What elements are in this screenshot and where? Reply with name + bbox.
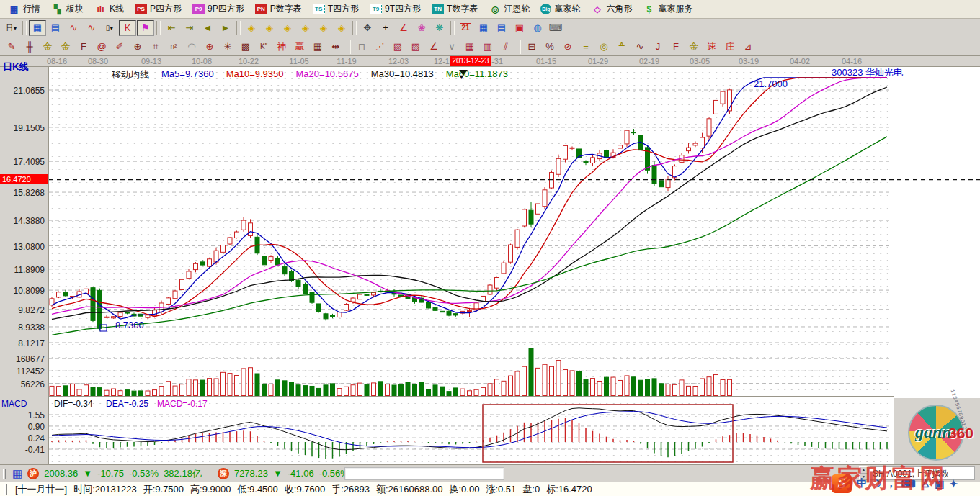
pan-hand-button[interactable]: ✥ xyxy=(359,20,376,36)
menu-item-t-square[interactable]: TST四方形 xyxy=(309,1,365,17)
zoom-left-button[interactable]: ◈ xyxy=(243,20,260,36)
k-angle-button[interactable]: K″ xyxy=(255,39,272,55)
menu-item-gann-wheel[interactable]: ◎江恩轮 xyxy=(485,1,535,17)
rect-tool-button[interactable]: ⊓ xyxy=(353,39,370,55)
hatch-box-button[interactable]: ▧ xyxy=(407,39,424,55)
fan-lines-button[interactable]: ⋰ xyxy=(371,39,388,55)
ime-lang-icon[interactable]: 中 xyxy=(857,477,867,490)
sogou-logo-icon[interactable]: S xyxy=(832,474,852,493)
spider-web-button[interactable]: ✳ xyxy=(219,39,236,55)
chart-line-3-button[interactable]: ∿ xyxy=(65,20,82,36)
gann360-logo[interactable]: 1234567890123 gann 360 xyxy=(906,403,979,464)
square-of-nine-button[interactable]: n² xyxy=(165,39,182,55)
grid-123-button[interactable]: ▦ xyxy=(309,39,326,55)
angle-measure-button[interactable]: ∠ xyxy=(395,20,412,36)
menu-item-sectors[interactable]: ▚板块 xyxy=(48,1,89,17)
j-lines-button[interactable]: J xyxy=(649,39,667,55)
gold-ratio-b-button[interactable]: 金 xyxy=(57,39,74,55)
grid-tall-button[interactable]: ▥ xyxy=(479,39,496,55)
sh-index-icon[interactable]: 沪 xyxy=(27,468,39,479)
ime-softkeyboard-icon[interactable]: ⌨ xyxy=(901,478,916,490)
zoom-right-button[interactable]: ◈ xyxy=(261,20,278,36)
speed-lines-button[interactable]: 速 xyxy=(703,39,721,55)
window-tile-button[interactable]: ▦ xyxy=(29,20,46,36)
pencil-button[interactable]: ✎ xyxy=(3,39,20,55)
wave-rule-button[interactable]: ∿ xyxy=(631,39,649,55)
percent-circle-button[interactable]: ⊘ xyxy=(559,39,576,55)
ime-skin-icon[interactable]: ♙ xyxy=(921,478,930,490)
nav-first-button[interactable]: ⇤ xyxy=(163,20,180,36)
color-flag-button[interactable]: ⚑ xyxy=(137,20,154,36)
zoom-expand-button[interactable]: ◈ xyxy=(279,20,296,36)
fibonacci-button[interactable]: F xyxy=(75,39,92,55)
ime-fullhalf-icon[interactable]: ☽ xyxy=(872,478,881,490)
spinner-up-button[interactable]: ▲ xyxy=(859,466,868,474)
menu-item-t-number-table[interactable]: TNT数字表 xyxy=(428,1,484,17)
span-measure-button[interactable]: ⇹ xyxy=(327,39,344,55)
period-selector-button[interactable]: 日▾ xyxy=(3,20,20,36)
zigzag-button[interactable]: ∨ xyxy=(443,39,460,55)
percent-lines-button[interactable]: % xyxy=(541,39,558,55)
ime-clipboard-icon[interactable]: ▣ xyxy=(935,478,944,490)
f-lines-button[interactable]: F xyxy=(667,39,685,55)
quote-page-button[interactable]: ▤ xyxy=(47,20,64,36)
globe-copy-button[interactable]: ◍ xyxy=(529,20,546,36)
parallel-lines-button[interactable]: ⫽ xyxy=(497,39,514,55)
marker-pen-button[interactable]: ✐ xyxy=(111,39,128,55)
nav-last-button[interactable]: ⇥ xyxy=(181,20,198,36)
arc-button[interactable]: ◠ xyxy=(183,39,200,55)
gold-bands-button[interactable]: ≙ xyxy=(613,39,631,55)
menu-item-9p-square[interactable]: P99P四方形 xyxy=(189,1,250,17)
price-grid-button[interactable]: ⌗ xyxy=(147,39,164,55)
drag-grip[interactable] xyxy=(3,469,6,479)
calculator-button[interactable]: ▦ xyxy=(475,20,492,36)
menu-item-kline[interactable]: ılıK线 xyxy=(91,1,130,17)
gold-circle-button[interactable]: ◎ xyxy=(595,39,612,55)
gold-slash-button[interactable]: 金 xyxy=(685,39,703,55)
nav-next-button[interactable]: ► xyxy=(217,20,234,36)
menu-item-winner-wheel[interactable]: Big赢家轮 xyxy=(537,1,586,17)
drag-grip[interactable] xyxy=(4,484,7,495)
shen-tool-button[interactable]: 神 xyxy=(273,39,290,55)
ime-punct-icon[interactable]: ， xyxy=(886,477,896,490)
level-lines-button[interactable]: ⊟ xyxy=(523,39,540,55)
ime-toolbar: S 中☽，⌨♙▣✦ xyxy=(832,474,958,493)
gold-levels-button[interactable]: ≡ xyxy=(577,39,594,55)
notepad-button[interactable]: ▤ xyxy=(493,20,510,36)
zhuang-lines-button[interactable]: 庄 xyxy=(721,39,739,55)
nav-prev-button[interactable]: ◄ xyxy=(199,20,216,36)
sz-index-icon[interactable]: 深 xyxy=(218,468,229,479)
indicator-dropdown-icon[interactable]: ▼ xyxy=(458,73,465,81)
zoom-tall-button[interactable]: ◈ xyxy=(315,20,332,36)
candle-style-button[interactable]: ▯▾ xyxy=(101,20,118,36)
kline-mode-button[interactable]: K xyxy=(119,20,136,36)
quote-table-icon[interactable]: ▦ xyxy=(12,467,22,480)
calendar-button[interactable]: 21 xyxy=(457,20,474,36)
compass-button[interactable]: ⊕ xyxy=(201,39,218,55)
menu-item-p-square[interactable]: PSP四方形 xyxy=(131,1,187,17)
workstation-button[interactable]: ⌨ xyxy=(547,20,564,36)
zoom-full-button[interactable]: ◈ xyxy=(333,20,350,36)
shade-box-button[interactable]: ▨ xyxy=(389,39,406,55)
menu-item-9t-square[interactable]: T99T四方形 xyxy=(366,1,427,17)
petal-tool-button[interactable]: ❀ xyxy=(413,20,430,36)
spiral-button[interactable]: @ xyxy=(93,39,110,55)
web-square-button[interactable]: ▩ xyxy=(237,39,254,55)
crosshair-button[interactable]: + xyxy=(377,20,394,36)
gold-ratio-a-button[interactable]: 金 xyxy=(39,39,56,55)
grid-dense-button[interactable]: ▦ xyxy=(461,39,478,55)
menu-item-quotes[interactable]: ▦行情 xyxy=(4,1,46,17)
gann-grid-button[interactable]: ╫ xyxy=(21,39,38,55)
ying-tool-button[interactable]: 赢 xyxy=(291,39,308,55)
ime-settings-icon[interactable]: ✦ xyxy=(950,478,958,490)
web-tool-button[interactable]: ❋ xyxy=(431,20,448,36)
trend-angle-button[interactable]: ∠ xyxy=(425,39,442,55)
zoom-compress-button[interactable]: ◈ xyxy=(297,20,314,36)
save-disk-button[interactable]: ▣ xyxy=(511,20,528,36)
menu-item-p-number-table[interactable]: PNP数字表 xyxy=(251,1,308,17)
delta-lines-button[interactable]: ⊿ xyxy=(739,39,757,55)
menu-item-hexagon[interactable]: ◇六角形 xyxy=(587,1,638,17)
time-circle-button[interactable]: ⊕ xyxy=(129,39,146,55)
chart-line-9-button[interactable]: ∿ xyxy=(83,20,100,36)
menu-item-winner-service[interactable]: $赢家服务 xyxy=(639,1,698,17)
